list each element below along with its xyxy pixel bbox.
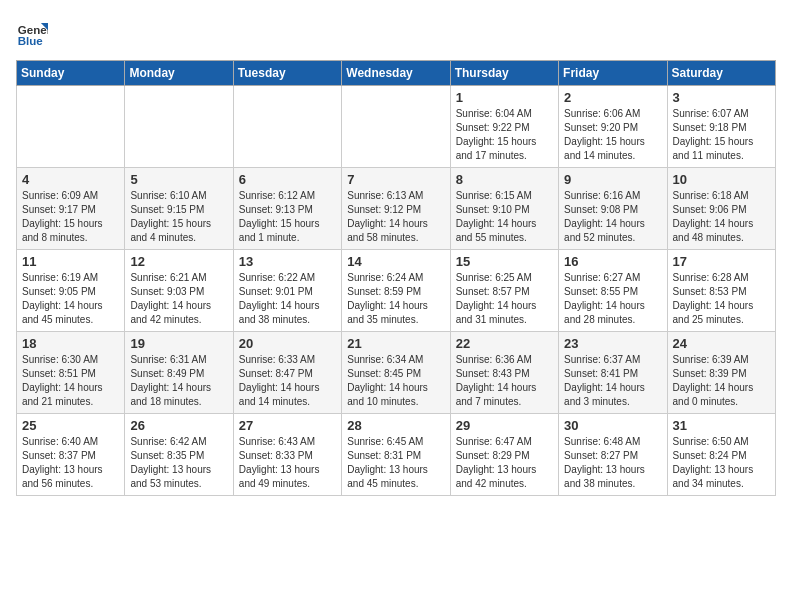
page-header: General Blue xyxy=(16,16,776,48)
calendar-cell: 29Sunrise: 6:47 AM Sunset: 8:29 PM Dayli… xyxy=(450,414,558,496)
day-number: 20 xyxy=(239,336,336,351)
day-info: Sunrise: 6:27 AM Sunset: 8:55 PM Dayligh… xyxy=(564,271,661,327)
day-number: 5 xyxy=(130,172,227,187)
calendar-week-1: 1Sunrise: 6:04 AM Sunset: 9:22 PM Daylig… xyxy=(17,86,776,168)
calendar-cell: 24Sunrise: 6:39 AM Sunset: 8:39 PM Dayli… xyxy=(667,332,775,414)
calendar-cell: 7Sunrise: 6:13 AM Sunset: 9:12 PM Daylig… xyxy=(342,168,450,250)
calendar-cell: 17Sunrise: 6:28 AM Sunset: 8:53 PM Dayli… xyxy=(667,250,775,332)
calendar-week-5: 25Sunrise: 6:40 AM Sunset: 8:37 PM Dayli… xyxy=(17,414,776,496)
calendar-cell: 14Sunrise: 6:24 AM Sunset: 8:59 PM Dayli… xyxy=(342,250,450,332)
day-info: Sunrise: 6:39 AM Sunset: 8:39 PM Dayligh… xyxy=(673,353,770,409)
calendar-cell: 12Sunrise: 6:21 AM Sunset: 9:03 PM Dayli… xyxy=(125,250,233,332)
day-info: Sunrise: 6:04 AM Sunset: 9:22 PM Dayligh… xyxy=(456,107,553,163)
calendar-cell: 18Sunrise: 6:30 AM Sunset: 8:51 PM Dayli… xyxy=(17,332,125,414)
day-number: 18 xyxy=(22,336,119,351)
day-info: Sunrise: 6:37 AM Sunset: 8:41 PM Dayligh… xyxy=(564,353,661,409)
day-info: Sunrise: 6:30 AM Sunset: 8:51 PM Dayligh… xyxy=(22,353,119,409)
day-number: 26 xyxy=(130,418,227,433)
day-info: Sunrise: 6:48 AM Sunset: 8:27 PM Dayligh… xyxy=(564,435,661,491)
day-info: Sunrise: 6:31 AM Sunset: 8:49 PM Dayligh… xyxy=(130,353,227,409)
day-number: 11 xyxy=(22,254,119,269)
day-info: Sunrise: 6:10 AM Sunset: 9:15 PM Dayligh… xyxy=(130,189,227,245)
calendar-cell: 31Sunrise: 6:50 AM Sunset: 8:24 PM Dayli… xyxy=(667,414,775,496)
calendar-cell: 20Sunrise: 6:33 AM Sunset: 8:47 PM Dayli… xyxy=(233,332,341,414)
day-number: 30 xyxy=(564,418,661,433)
calendar-week-2: 4Sunrise: 6:09 AM Sunset: 9:17 PM Daylig… xyxy=(17,168,776,250)
calendar-header-row: SundayMondayTuesdayWednesdayThursdayFrid… xyxy=(17,61,776,86)
calendar-cell: 13Sunrise: 6:22 AM Sunset: 9:01 PM Dayli… xyxy=(233,250,341,332)
calendar-cell: 6Sunrise: 6:12 AM Sunset: 9:13 PM Daylig… xyxy=(233,168,341,250)
day-number: 27 xyxy=(239,418,336,433)
calendar-cell: 5Sunrise: 6:10 AM Sunset: 9:15 PM Daylig… xyxy=(125,168,233,250)
day-info: Sunrise: 6:07 AM Sunset: 9:18 PM Dayligh… xyxy=(673,107,770,163)
column-header-sunday: Sunday xyxy=(17,61,125,86)
calendar-cell: 1Sunrise: 6:04 AM Sunset: 9:22 PM Daylig… xyxy=(450,86,558,168)
calendar-cell: 21Sunrise: 6:34 AM Sunset: 8:45 PM Dayli… xyxy=(342,332,450,414)
day-info: Sunrise: 6:50 AM Sunset: 8:24 PM Dayligh… xyxy=(673,435,770,491)
day-info: Sunrise: 6:45 AM Sunset: 8:31 PM Dayligh… xyxy=(347,435,444,491)
day-number: 29 xyxy=(456,418,553,433)
calendar-cell: 16Sunrise: 6:27 AM Sunset: 8:55 PM Dayli… xyxy=(559,250,667,332)
day-number: 23 xyxy=(564,336,661,351)
calendar-cell: 25Sunrise: 6:40 AM Sunset: 8:37 PM Dayli… xyxy=(17,414,125,496)
day-info: Sunrise: 6:15 AM Sunset: 9:10 PM Dayligh… xyxy=(456,189,553,245)
day-info: Sunrise: 6:06 AM Sunset: 9:20 PM Dayligh… xyxy=(564,107,661,163)
calendar-cell xyxy=(233,86,341,168)
calendar-cell: 30Sunrise: 6:48 AM Sunset: 8:27 PM Dayli… xyxy=(559,414,667,496)
day-number: 15 xyxy=(456,254,553,269)
calendar-cell xyxy=(125,86,233,168)
day-number: 9 xyxy=(564,172,661,187)
day-info: Sunrise: 6:16 AM Sunset: 9:08 PM Dayligh… xyxy=(564,189,661,245)
day-number: 8 xyxy=(456,172,553,187)
day-number: 2 xyxy=(564,90,661,105)
logo: General Blue xyxy=(16,16,48,48)
day-info: Sunrise: 6:12 AM Sunset: 9:13 PM Dayligh… xyxy=(239,189,336,245)
day-number: 13 xyxy=(239,254,336,269)
day-info: Sunrise: 6:24 AM Sunset: 8:59 PM Dayligh… xyxy=(347,271,444,327)
calendar-cell: 2Sunrise: 6:06 AM Sunset: 9:20 PM Daylig… xyxy=(559,86,667,168)
day-info: Sunrise: 6:13 AM Sunset: 9:12 PM Dayligh… xyxy=(347,189,444,245)
day-number: 22 xyxy=(456,336,553,351)
calendar-cell: 3Sunrise: 6:07 AM Sunset: 9:18 PM Daylig… xyxy=(667,86,775,168)
day-number: 4 xyxy=(22,172,119,187)
calendar-cell: 11Sunrise: 6:19 AM Sunset: 9:05 PM Dayli… xyxy=(17,250,125,332)
calendar-cell: 22Sunrise: 6:36 AM Sunset: 8:43 PM Dayli… xyxy=(450,332,558,414)
day-number: 24 xyxy=(673,336,770,351)
day-info: Sunrise: 6:47 AM Sunset: 8:29 PM Dayligh… xyxy=(456,435,553,491)
calendar-cell: 27Sunrise: 6:43 AM Sunset: 8:33 PM Dayli… xyxy=(233,414,341,496)
day-number: 14 xyxy=(347,254,444,269)
column-header-wednesday: Wednesday xyxy=(342,61,450,86)
calendar-cell xyxy=(342,86,450,168)
day-info: Sunrise: 6:33 AM Sunset: 8:47 PM Dayligh… xyxy=(239,353,336,409)
calendar-cell: 28Sunrise: 6:45 AM Sunset: 8:31 PM Dayli… xyxy=(342,414,450,496)
calendar-cell: 15Sunrise: 6:25 AM Sunset: 8:57 PM Dayli… xyxy=(450,250,558,332)
column-header-thursday: Thursday xyxy=(450,61,558,86)
calendar-cell: 8Sunrise: 6:15 AM Sunset: 9:10 PM Daylig… xyxy=(450,168,558,250)
day-info: Sunrise: 6:36 AM Sunset: 8:43 PM Dayligh… xyxy=(456,353,553,409)
day-info: Sunrise: 6:21 AM Sunset: 9:03 PM Dayligh… xyxy=(130,271,227,327)
calendar-cell: 9Sunrise: 6:16 AM Sunset: 9:08 PM Daylig… xyxy=(559,168,667,250)
day-info: Sunrise: 6:25 AM Sunset: 8:57 PM Dayligh… xyxy=(456,271,553,327)
day-info: Sunrise: 6:43 AM Sunset: 8:33 PM Dayligh… xyxy=(239,435,336,491)
svg-text:Blue: Blue xyxy=(18,35,44,47)
day-number: 25 xyxy=(22,418,119,433)
day-number: 3 xyxy=(673,90,770,105)
calendar-cell xyxy=(17,86,125,168)
day-number: 1 xyxy=(456,90,553,105)
column-header-monday: Monday xyxy=(125,61,233,86)
calendar-cell: 23Sunrise: 6:37 AM Sunset: 8:41 PM Dayli… xyxy=(559,332,667,414)
day-info: Sunrise: 6:22 AM Sunset: 9:01 PM Dayligh… xyxy=(239,271,336,327)
column-header-friday: Friday xyxy=(559,61,667,86)
calendar-cell: 26Sunrise: 6:42 AM Sunset: 8:35 PM Dayli… xyxy=(125,414,233,496)
day-number: 28 xyxy=(347,418,444,433)
day-number: 7 xyxy=(347,172,444,187)
calendar-table: SundayMondayTuesdayWednesdayThursdayFrid… xyxy=(16,60,776,496)
day-number: 6 xyxy=(239,172,336,187)
column-header-saturday: Saturday xyxy=(667,61,775,86)
day-info: Sunrise: 6:28 AM Sunset: 8:53 PM Dayligh… xyxy=(673,271,770,327)
logo-icon: General Blue xyxy=(16,16,48,48)
day-number: 31 xyxy=(673,418,770,433)
day-info: Sunrise: 6:40 AM Sunset: 8:37 PM Dayligh… xyxy=(22,435,119,491)
day-info: Sunrise: 6:42 AM Sunset: 8:35 PM Dayligh… xyxy=(130,435,227,491)
day-number: 16 xyxy=(564,254,661,269)
